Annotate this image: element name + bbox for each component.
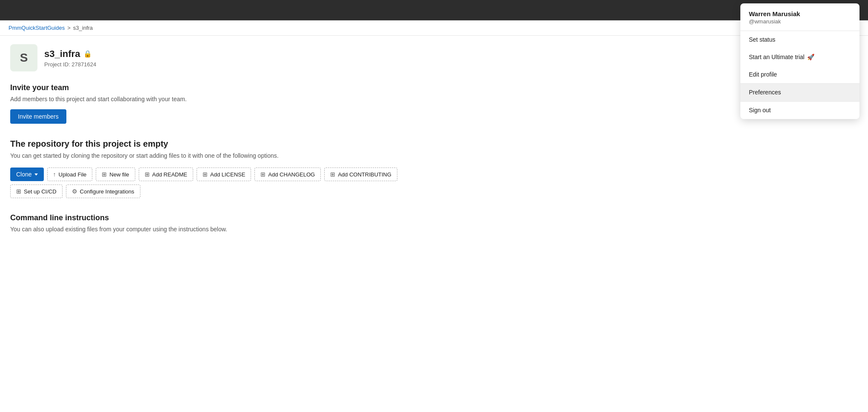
add-contributing-button[interactable]: ⊞ Add CONTRIBUTING (324, 168, 397, 181)
rocket-icon: 🚀 (807, 54, 814, 60)
new-file-label: New file (109, 171, 129, 178)
dropdown-start-trial[interactable]: Start an Ultimate trial 🚀 (740, 48, 859, 66)
start-trial-label: Start an Ultimate trial (749, 54, 805, 60)
upload-file-label: Upload File (59, 171, 87, 178)
dropdown-user-name: Warren Marusiak (749, 10, 851, 17)
upload-file-button[interactable]: ↑ Upload File (47, 168, 93, 181)
empty-repo-heading: The repository for this project is empty (10, 139, 398, 149)
project-info: s3_infra 🔒 Project ID: 27871624 (44, 48, 96, 68)
breadcrumb: PmmQuickStartGuides > s3_infra (0, 20, 868, 36)
command-heading: Command line instructions (10, 213, 398, 222)
breadcrumb-parent[interactable]: PmmQuickStartGuides (9, 25, 65, 31)
project-id: Project ID: 27871624 (44, 61, 96, 68)
empty-repo-section: The repository for this project is empty… (10, 139, 398, 198)
add-contributing-label: Add CONTRIBUTING (338, 171, 391, 178)
dropdown-user-handle: @wmarusiak (749, 18, 851, 25)
sign-out-label: Sign out (749, 107, 771, 114)
invite-description: Add members to this project and start co… (10, 96, 398, 102)
clone-chevron-icon (34, 173, 38, 176)
add-readme-button[interactable]: ⊞ Add README (139, 168, 193, 181)
command-section: Command line instructions You can also u… (10, 213, 398, 233)
contributing-plus-icon: ⊞ (330, 171, 335, 178)
add-changelog-label: Add CHANGELOG (268, 171, 315, 178)
action-buttons-row2: ⊞ Set up CI/CD ⚙ Configure Integrations (10, 185, 398, 198)
edit-profile-label: Edit profile (749, 71, 777, 78)
topbar (0, 0, 868, 20)
project-name: s3_infra 🔒 (44, 48, 96, 60)
add-readme-label: Add README (152, 171, 187, 178)
lock-icon: 🔒 (83, 50, 92, 58)
new-file-plus-icon: ⊞ (102, 171, 107, 178)
add-changelog-button[interactable]: ⊞ Add CHANGELOG (254, 168, 321, 181)
readme-plus-icon: ⊞ (145, 171, 150, 178)
add-license-button[interactable]: ⊞ Add LICENSE (197, 168, 251, 181)
user-dropdown-menu: Warren Marusiak @wmarusiak Set status St… (740, 3, 859, 119)
changelog-plus-icon: ⊞ (260, 171, 266, 178)
dropdown-edit-profile[interactable]: Edit profile (740, 66, 859, 83)
invite-heading: Invite your team (10, 83, 398, 92)
action-buttons-row1: Clone ↑ Upload File ⊞ New file ⊞ Add REA… (10, 168, 398, 181)
set-status-label: Set status (749, 36, 775, 43)
dropdown-sign-out[interactable]: Sign out (740, 102, 859, 119)
empty-repo-description: You can get started by cloning the repos… (10, 152, 398, 159)
project-avatar: S (10, 44, 37, 71)
gear-icon: ⚙ (72, 188, 77, 195)
clone-button[interactable]: Clone (10, 168, 44, 181)
setup-cicd-button[interactable]: ⊞ Set up CI/CD (10, 185, 63, 198)
dropdown-preferences[interactable]: Preferences (740, 84, 859, 101)
dropdown-set-status[interactable]: Set status (740, 31, 859, 48)
setup-cicd-label: Set up CI/CD (24, 188, 57, 195)
breadcrumb-separator: > (67, 25, 71, 31)
dropdown-user-info: Warren Marusiak @wmarusiak (740, 3, 859, 31)
invite-members-button[interactable]: Invite members (10, 109, 66, 124)
preferences-label: Preferences (749, 89, 781, 96)
new-file-button[interactable]: ⊞ New file (96, 168, 135, 181)
configure-integrations-button[interactable]: ⚙ Configure Integrations (66, 185, 140, 198)
invite-section: Invite your team Add members to this pro… (10, 83, 398, 124)
upload-icon: ↑ (53, 171, 56, 178)
main-content: S s3_infra 🔒 Project ID: 27871624 Invite… (0, 36, 408, 241)
license-plus-icon: ⊞ (203, 171, 208, 178)
command-description: You can also upload existing files from … (10, 226, 398, 233)
add-license-label: Add LICENSE (210, 171, 245, 178)
breadcrumb-current: s3_infra (73, 25, 93, 31)
configure-integrations-label: Configure Integrations (80, 188, 134, 195)
clone-label: Clone (16, 171, 32, 178)
project-header: S s3_infra 🔒 Project ID: 27871624 (10, 44, 398, 71)
cicd-plus-icon: ⊞ (16, 188, 21, 195)
